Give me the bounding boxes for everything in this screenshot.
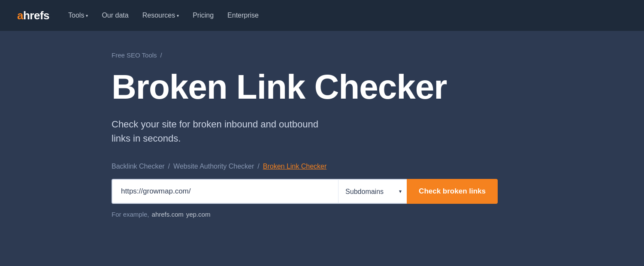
tool-separator-2: / xyxy=(257,163,259,170)
scope-wrapper: Subdomains Domain Exact URL ▾ xyxy=(338,179,407,204)
nav-item-ourdata[interactable]: Our data xyxy=(97,8,133,23)
example-prefix: For example, xyxy=(112,211,149,218)
page-title: Broken Link Checker xyxy=(112,69,593,105)
url-input[interactable] xyxy=(112,179,338,204)
tool-link-broken-link-checker[interactable]: Broken Link Checker xyxy=(263,163,327,170)
tool-link-website-authority[interactable]: Website Authority Checker xyxy=(173,163,254,170)
page-subtitle: Check your site for broken inbound and o… xyxy=(112,117,335,145)
example-yep: yep.com xyxy=(186,211,211,218)
tool-separator-1: / xyxy=(168,163,170,170)
check-broken-links-button[interactable]: Check broken links xyxy=(407,179,498,204)
nav-item-pricing[interactable]: Pricing xyxy=(187,8,219,23)
tool-links: Backlink Checker / Website Authority Che… xyxy=(112,163,593,170)
nav-tools-label: Tools xyxy=(68,12,84,19)
logo-hrefs: hrefs xyxy=(23,9,49,22)
nav-item-resources[interactable]: Resources ▾ xyxy=(137,8,184,23)
breadcrumb-separator: / xyxy=(160,51,162,59)
example-ahrefs: ahrefs.com xyxy=(152,211,184,218)
tool-link-backlink-checker[interactable]: Backlink Checker xyxy=(112,163,165,170)
chevron-down-icon: ▾ xyxy=(177,13,179,18)
logo[interactable]: ahrefs xyxy=(17,9,49,22)
nav-item-enterprise[interactable]: Enterprise xyxy=(222,8,264,23)
nav-items: Tools ▾ Our data Resources ▾ Pricing Ent… xyxy=(63,8,264,23)
main-content: Free SEO Tools / Broken Link Checker Che… xyxy=(0,31,644,244)
logo-a: a xyxy=(17,9,23,22)
search-form: Subdomains Domain Exact URL ▾ Check brok… xyxy=(112,179,498,204)
nav-ourdata-label: Our data xyxy=(102,12,128,19)
nav-enterprise-label: Enterprise xyxy=(227,12,259,19)
main-nav: ahrefs Tools ▾ Our data Resources ▾ Pric… xyxy=(0,0,644,31)
breadcrumb: Free SEO Tools / xyxy=(112,51,593,59)
scope-select[interactable]: Subdomains Domain Exact URL xyxy=(338,179,407,204)
breadcrumb-free-seo-tools[interactable]: Free SEO Tools xyxy=(112,51,157,59)
nav-pricing-label: Pricing xyxy=(193,12,214,19)
nav-item-tools[interactable]: Tools ▾ xyxy=(63,8,93,23)
example-text: For example, ahrefs.com yep.com xyxy=(112,211,593,218)
nav-resources-label: Resources xyxy=(142,12,175,19)
chevron-down-icon: ▾ xyxy=(86,13,88,18)
